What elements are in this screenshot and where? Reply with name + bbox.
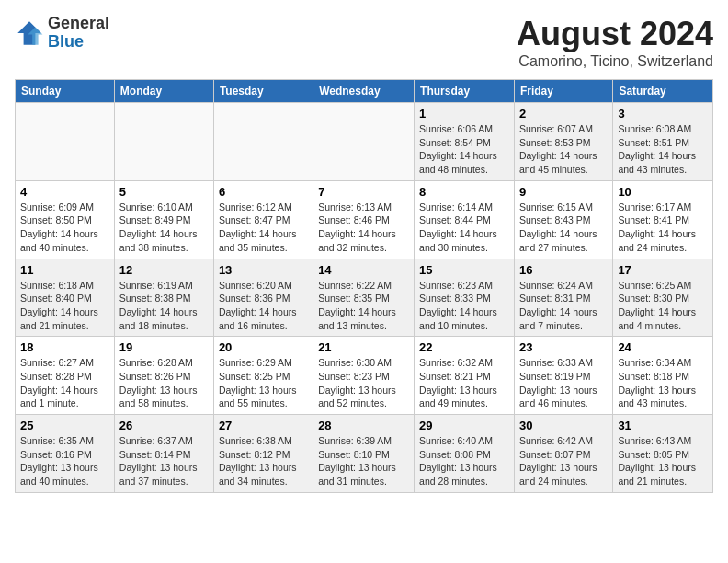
calendar-week-row: 4Sunrise: 6:09 AM Sunset: 8:50 PM Daylig… xyxy=(16,180,713,259)
day-number: 12 xyxy=(119,263,209,277)
day-info: Sunrise: 6:24 AM Sunset: 8:31 PM Dayligh… xyxy=(519,279,608,333)
calendar-day: 24Sunrise: 6:34 AM Sunset: 8:18 PM Dayli… xyxy=(613,337,713,415)
day-info: Sunrise: 6:17 AM Sunset: 8:41 PM Dayligh… xyxy=(618,201,708,255)
calendar-day: 8Sunrise: 6:14 AM Sunset: 8:44 PM Daylig… xyxy=(415,180,515,259)
calendar-header-row: SundayMondayTuesdayWednesdayThursdayFrid… xyxy=(16,80,713,103)
day-info: Sunrise: 6:40 AM Sunset: 8:08 PM Dayligh… xyxy=(419,434,509,488)
weekday-header: Friday xyxy=(514,80,612,103)
day-number: 1 xyxy=(419,107,509,121)
day-info: Sunrise: 6:37 AM Sunset: 8:14 PM Dayligh… xyxy=(119,434,209,488)
calendar-day: 9Sunrise: 6:15 AM Sunset: 8:43 PM Daylig… xyxy=(514,180,612,259)
calendar-day: 5Sunrise: 6:10 AM Sunset: 8:49 PM Daylig… xyxy=(114,180,213,259)
weekday-header: Saturday xyxy=(613,80,713,103)
calendar-day: 14Sunrise: 6:22 AM Sunset: 8:35 PM Dayli… xyxy=(313,259,415,337)
day-number: 24 xyxy=(618,340,708,354)
calendar-day: 26Sunrise: 6:37 AM Sunset: 8:14 PM Dayli… xyxy=(114,415,213,493)
calendar-day: 31Sunrise: 6:43 AM Sunset: 8:05 PM Dayli… xyxy=(613,415,713,493)
calendar: SundayMondayTuesdayWednesdayThursdayFrid… xyxy=(15,79,713,493)
day-info: Sunrise: 6:13 AM Sunset: 8:46 PM Dayligh… xyxy=(318,201,409,255)
day-info: Sunrise: 6:14 AM Sunset: 8:44 PM Dayligh… xyxy=(419,201,509,255)
day-info: Sunrise: 6:12 AM Sunset: 8:47 PM Dayligh… xyxy=(219,201,308,255)
calendar-day: 17Sunrise: 6:25 AM Sunset: 8:30 PM Dayli… xyxy=(613,259,713,337)
day-number: 6 xyxy=(219,185,308,199)
day-number: 7 xyxy=(318,185,409,199)
day-number: 14 xyxy=(318,263,409,277)
calendar-week-row: 1Sunrise: 6:06 AM Sunset: 8:54 PM Daylig… xyxy=(16,103,713,181)
day-info: Sunrise: 6:42 AM Sunset: 8:07 PM Dayligh… xyxy=(519,434,608,488)
day-info: Sunrise: 6:25 AM Sunset: 8:30 PM Dayligh… xyxy=(618,279,708,333)
day-info: Sunrise: 6:20 AM Sunset: 8:36 PM Dayligh… xyxy=(219,279,308,333)
calendar-day: 23Sunrise: 6:33 AM Sunset: 8:19 PM Dayli… xyxy=(514,337,612,415)
calendar-day: 13Sunrise: 6:20 AM Sunset: 8:36 PM Dayli… xyxy=(213,259,313,337)
calendar-day: 21Sunrise: 6:30 AM Sunset: 8:23 PM Dayli… xyxy=(313,337,415,415)
day-number: 11 xyxy=(20,263,109,277)
day-info: Sunrise: 6:08 AM Sunset: 8:51 PM Dayligh… xyxy=(618,122,708,177)
calendar-empty xyxy=(313,103,415,181)
logo-general: General xyxy=(48,15,109,33)
day-number: 5 xyxy=(119,185,209,199)
day-number: 2 xyxy=(519,107,608,121)
day-info: Sunrise: 6:35 AM Sunset: 8:16 PM Dayligh… xyxy=(20,434,109,488)
calendar-day: 28Sunrise: 6:39 AM Sunset: 8:10 PM Dayli… xyxy=(313,415,415,493)
day-info: Sunrise: 6:27 AM Sunset: 8:28 PM Dayligh… xyxy=(20,356,109,410)
calendar-week-row: 11Sunrise: 6:18 AM Sunset: 8:40 PM Dayli… xyxy=(16,259,713,337)
day-info: Sunrise: 6:09 AM Sunset: 8:50 PM Dayligh… xyxy=(20,201,109,255)
day-number: 10 xyxy=(618,185,708,199)
day-number: 13 xyxy=(219,263,308,277)
calendar-day: 15Sunrise: 6:23 AM Sunset: 8:33 PM Dayli… xyxy=(415,259,515,337)
calendar-day: 30Sunrise: 6:42 AM Sunset: 8:07 PM Dayli… xyxy=(514,415,612,493)
title-block: August 2024 Camorino, Ticino, Switzerlan… xyxy=(517,15,713,70)
weekday-header: Wednesday xyxy=(313,80,415,103)
calendar-day: 2Sunrise: 6:07 AM Sunset: 8:53 PM Daylig… xyxy=(514,103,612,181)
calendar-empty xyxy=(114,103,213,181)
day-info: Sunrise: 6:19 AM Sunset: 8:38 PM Dayligh… xyxy=(119,279,209,333)
calendar-day: 12Sunrise: 6:19 AM Sunset: 8:38 PM Dayli… xyxy=(114,259,213,337)
day-number: 16 xyxy=(519,263,608,277)
calendar-day: 3Sunrise: 6:08 AM Sunset: 8:51 PM Daylig… xyxy=(613,103,713,181)
day-number: 20 xyxy=(219,340,308,354)
calendar-day: 27Sunrise: 6:38 AM Sunset: 8:12 PM Dayli… xyxy=(213,415,313,493)
day-number: 27 xyxy=(219,419,308,432)
day-info: Sunrise: 6:22 AM Sunset: 8:35 PM Dayligh… xyxy=(318,279,409,333)
calendar-day: 7Sunrise: 6:13 AM Sunset: 8:46 PM Daylig… xyxy=(313,180,415,259)
day-info: Sunrise: 6:32 AM Sunset: 8:21 PM Dayligh… xyxy=(419,356,509,410)
day-info: Sunrise: 6:38 AM Sunset: 8:12 PM Dayligh… xyxy=(219,434,308,488)
weekday-header: Sunday xyxy=(16,80,115,103)
calendar-day: 25Sunrise: 6:35 AM Sunset: 8:16 PM Dayli… xyxy=(16,415,115,493)
calendar-day: 20Sunrise: 6:29 AM Sunset: 8:25 PM Dayli… xyxy=(213,337,313,415)
day-number: 15 xyxy=(419,263,509,277)
calendar-day: 19Sunrise: 6:28 AM Sunset: 8:26 PM Dayli… xyxy=(114,337,213,415)
day-info: Sunrise: 6:30 AM Sunset: 8:23 PM Dayligh… xyxy=(318,356,409,410)
day-number: 19 xyxy=(119,340,209,354)
calendar-day: 22Sunrise: 6:32 AM Sunset: 8:21 PM Dayli… xyxy=(415,337,515,415)
calendar-empty xyxy=(213,103,313,181)
day-info: Sunrise: 6:28 AM Sunset: 8:26 PM Dayligh… xyxy=(119,356,209,410)
calendar-day: 4Sunrise: 6:09 AM Sunset: 8:50 PM Daylig… xyxy=(16,180,115,259)
day-number: 9 xyxy=(519,185,608,199)
day-info: Sunrise: 6:18 AM Sunset: 8:40 PM Dayligh… xyxy=(20,279,109,333)
page-header: General Blue August 2024 Camorino, Ticin… xyxy=(15,15,713,70)
calendar-day: 6Sunrise: 6:12 AM Sunset: 8:47 PM Daylig… xyxy=(213,180,313,259)
calendar-day: 11Sunrise: 6:18 AM Sunset: 8:40 PM Dayli… xyxy=(16,259,115,337)
weekday-header: Monday xyxy=(114,80,213,103)
calendar-day: 1Sunrise: 6:06 AM Sunset: 8:54 PM Daylig… xyxy=(415,103,515,181)
location-title: Camorino, Ticino, Switzerland xyxy=(517,53,713,70)
logo-blue: Blue xyxy=(48,33,109,52)
calendar-week-row: 18Sunrise: 6:27 AM Sunset: 8:28 PM Dayli… xyxy=(16,337,713,415)
day-number: 21 xyxy=(318,340,409,354)
day-number: 23 xyxy=(519,340,608,354)
month-title: August 2024 xyxy=(517,15,713,53)
day-number: 29 xyxy=(419,419,509,432)
calendar-empty xyxy=(16,103,115,181)
day-info: Sunrise: 6:29 AM Sunset: 8:25 PM Dayligh… xyxy=(219,356,308,410)
calendar-day: 16Sunrise: 6:24 AM Sunset: 8:31 PM Dayli… xyxy=(514,259,612,337)
day-number: 17 xyxy=(618,263,708,277)
calendar-day: 10Sunrise: 6:17 AM Sunset: 8:41 PM Dayli… xyxy=(613,180,713,259)
day-number: 3 xyxy=(618,107,708,121)
day-number: 18 xyxy=(20,340,109,354)
day-info: Sunrise: 6:23 AM Sunset: 8:33 PM Dayligh… xyxy=(419,279,509,333)
logo: General Blue xyxy=(15,15,109,52)
day-info: Sunrise: 6:39 AM Sunset: 8:10 PM Dayligh… xyxy=(318,434,409,488)
day-number: 25 xyxy=(20,419,109,432)
weekday-header: Tuesday xyxy=(213,80,313,103)
